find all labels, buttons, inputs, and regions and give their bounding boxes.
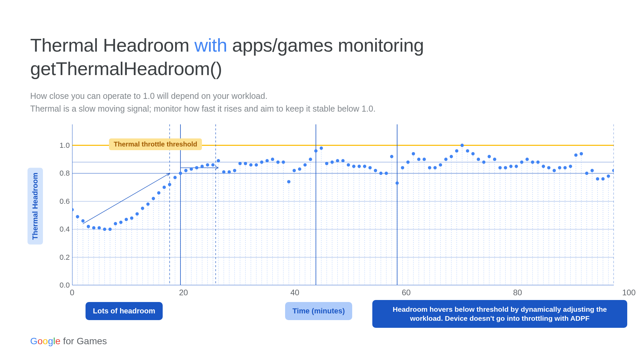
slide-title: Thermal Headroom with apps/games monitor… (30, 34, 614, 80)
x-axis-label: Time (minutes) (285, 302, 352, 320)
y-tick: 1.0 (59, 141, 70, 150)
svg-point-68 (190, 168, 193, 171)
svg-point-146 (401, 166, 404, 169)
svg-point-152 (417, 158, 421, 161)
svg-point-216 (591, 169, 594, 172)
svg-point-210 (574, 154, 578, 157)
badge-adpf-explanation: Headroom hovers below threshold by dynam… (372, 300, 627, 328)
svg-point-144 (395, 181, 399, 185)
svg-point-154 (423, 158, 426, 161)
svg-point-136 (374, 169, 377, 172)
svg-point-124 (341, 159, 345, 163)
x-tick: 60 (402, 288, 411, 297)
svg-point-148 (406, 161, 410, 164)
google-logo: Google (30, 336, 60, 346)
svg-point-206 (564, 166, 567, 169)
svg-point-202 (552, 169, 556, 172)
y-tick: 0.4 (59, 225, 70, 234)
svg-point-40 (114, 222, 117, 225)
svg-point-174 (477, 158, 480, 161)
svg-point-126 (347, 163, 350, 167)
x-tick: 40 (290, 288, 300, 297)
svg-point-26 (76, 215, 79, 218)
svg-point-196 (536, 161, 540, 164)
slide-subtitle: How close you can operate to 1.0 will de… (30, 90, 614, 115)
y-tick: 0.8 (59, 169, 70, 178)
svg-point-184 (504, 166, 507, 169)
svg-point-88 (244, 162, 247, 165)
svg-point-198 (542, 165, 545, 168)
svg-point-168 (461, 144, 464, 147)
svg-point-224 (612, 169, 614, 172)
svg-point-112 (309, 158, 312, 161)
svg-point-32 (92, 226, 96, 230)
svg-point-164 (450, 155, 453, 158)
svg-point-192 (526, 158, 529, 161)
svg-point-36 (103, 228, 106, 231)
svg-point-42 (119, 221, 122, 224)
svg-point-64 (179, 172, 182, 175)
svg-point-86 (238, 162, 242, 165)
svg-point-38 (108, 228, 112, 231)
svg-point-74 (206, 163, 209, 167)
title-accent: with (194, 35, 227, 56)
svg-point-170 (466, 149, 469, 153)
svg-point-140 (385, 172, 388, 175)
svg-point-134 (368, 166, 372, 169)
svg-line-21 (215, 166, 218, 168)
svg-point-172 (471, 152, 475, 156)
threshold-label: Thermal throttle threshold (109, 138, 202, 150)
svg-point-166 (455, 149, 459, 153)
svg-point-100 (276, 161, 280, 164)
svg-point-222 (607, 174, 610, 178)
svg-point-194 (531, 161, 534, 164)
svg-point-54 (152, 197, 155, 200)
svg-point-156 (428, 166, 431, 169)
svg-point-160 (439, 163, 442, 167)
svg-point-80 (222, 170, 225, 174)
footer-logo: Google for Games (30, 336, 107, 347)
svg-point-106 (292, 169, 296, 172)
x-tick: 20 (179, 288, 188, 297)
svg-point-62 (173, 176, 177, 179)
svg-point-158 (433, 166, 437, 169)
svg-point-220 (601, 177, 605, 181)
svg-point-72 (201, 165, 204, 168)
svg-point-214 (585, 172, 588, 175)
y-tick: 0.2 (59, 253, 70, 262)
svg-point-118 (325, 162, 328, 165)
svg-point-44 (125, 218, 128, 221)
svg-point-28 (81, 219, 85, 223)
svg-point-24 (72, 208, 74, 212)
svg-point-188 (515, 165, 518, 168)
svg-point-162 (444, 158, 447, 161)
svg-point-98 (271, 158, 274, 161)
svg-point-82 (227, 170, 231, 174)
svg-point-84 (233, 169, 236, 172)
svg-point-60 (168, 183, 171, 186)
title-pre: Thermal Headroom (30, 35, 194, 56)
svg-point-182 (498, 166, 502, 169)
svg-point-58 (163, 186, 166, 189)
svg-point-34 (98, 226, 101, 230)
badge-lots-of-headroom: Lots of headroom (86, 302, 163, 320)
svg-point-66 (184, 169, 187, 172)
footer-suffix: for Games (60, 336, 107, 346)
svg-point-94 (260, 161, 263, 164)
x-tick: 0 (70, 288, 74, 297)
svg-point-142 (390, 155, 393, 158)
svg-point-46 (130, 217, 133, 220)
svg-point-212 (580, 152, 583, 156)
svg-point-96 (266, 159, 269, 163)
svg-point-150 (412, 152, 415, 156)
svg-point-50 (141, 206, 144, 210)
x-tick: 80 (513, 288, 522, 297)
svg-point-30 (87, 225, 90, 228)
svg-point-122 (336, 159, 339, 163)
svg-line-17 (83, 173, 169, 224)
y-tick: 0.0 (59, 281, 70, 290)
y-tick: 0.6 (59, 197, 70, 206)
svg-point-208 (569, 165, 572, 168)
svg-point-178 (488, 155, 491, 158)
svg-point-78 (217, 159, 220, 163)
